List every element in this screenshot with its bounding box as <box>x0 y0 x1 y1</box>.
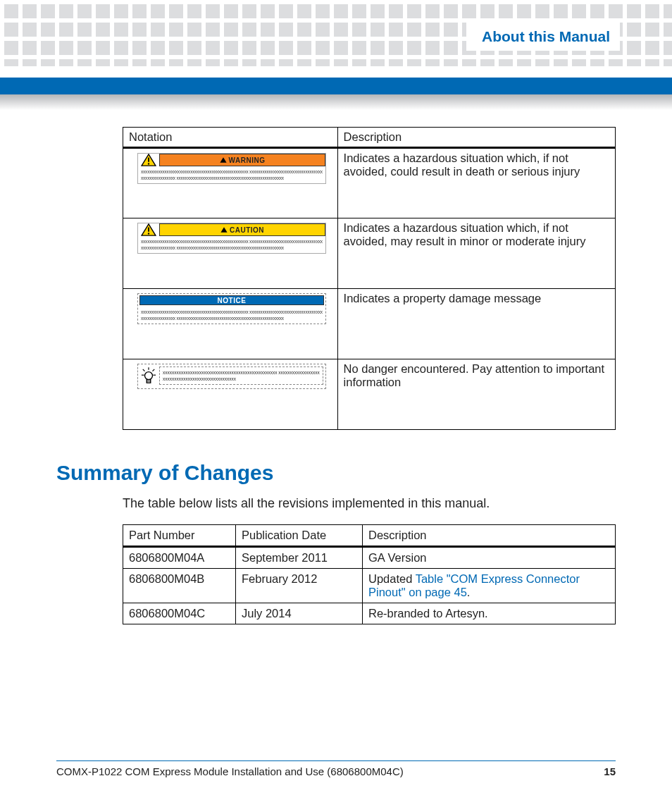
svg-point-13 <box>145 372 153 380</box>
info-description: No danger encountered. Pay attention to … <box>337 359 615 430</box>
page-footer: COMX-P1022 COM Express Module Installati… <box>56 760 616 777</box>
table-row: 6806800M04C July 2014 Re-branded to Arte… <box>123 603 616 624</box>
section-intro: The table below lists all the revisions … <box>123 495 616 512</box>
section-heading: Summary of Changes <box>56 461 616 485</box>
changes-header-2: Description <box>363 525 616 547</box>
warning-triangle-icon <box>138 154 159 166</box>
change-description: Re-branded to Artesyn. <box>363 603 616 624</box>
svg-line-9 <box>143 369 145 371</box>
table-row: CAUTION xxxxxxxxxxxxxxxxxxxxxxxxxxxxxxxx… <box>123 218 616 289</box>
info-placeholder: xxxxxxxxxxxxxxxxxxxxxxxxxxxxxxxxxxxxxxxx… <box>159 366 323 385</box>
warning-box: WARNING xxxxxxxxxxxxxxxxxxxxxxxxxxxxxxxx… <box>137 153 326 184</box>
warning-description: Indicates a hazardous situation which, i… <box>337 148 615 218</box>
publication-date: July 2014 <box>236 603 363 624</box>
header-gradient <box>0 94 672 110</box>
table-row: 6806800M04B February 2012 Updated Table … <box>123 569 616 603</box>
caution-placeholder: xxxxxxxxxxxxxxxxxxxxxxxxxxxxxxxxxxxxxxxx… <box>138 236 325 253</box>
publication-date: February 2012 <box>236 569 363 603</box>
info-box: xxxxxxxxxxxxxxxxxxxxxxxxxxxxxxxxxxxxxxxx… <box>137 364 326 389</box>
warning-triangle-icon <box>138 223 159 236</box>
changes-header-0: Part Number <box>123 525 236 547</box>
part-number: 6806800M04A <box>123 547 236 569</box>
lightbulb-icon <box>138 364 159 388</box>
notice-label: NOTICE <box>218 297 247 304</box>
notation-header-0: Notation <box>123 128 338 148</box>
svg-line-10 <box>153 369 155 371</box>
table-row: xxxxxxxxxxxxxxxxxxxxxxxxxxxxxxxxxxxxxxxx… <box>123 359 616 430</box>
notice-box: NOTICE xxxxxxxxxxxxxxxxxxxxxxxxxxxxxxxxx… <box>137 293 326 324</box>
warning-placeholder: xxxxxxxxxxxxxxxxxxxxxxxxxxxxxxxxxxxxxxxx… <box>138 166 325 183</box>
part-number: 6806800M04C <box>123 603 236 624</box>
caution-label: CAUTION <box>230 226 264 234</box>
part-number: 6806800M04B <box>123 569 236 603</box>
svg-point-6 <box>148 233 149 234</box>
page-number: 15 <box>604 765 616 777</box>
change-description: GA Version <box>363 547 616 569</box>
caution-box: CAUTION xxxxxxxxxxxxxxxxxxxxxxxxxxxxxxxx… <box>137 223 326 254</box>
notice-description: Indicates a property damage message <box>337 289 615 359</box>
changes-table: Part Number Publication Date Description… <box>123 524 616 624</box>
svg-marker-3 <box>220 157 226 163</box>
table-row: 6806800M04A September 2011 GA Version <box>123 547 616 569</box>
table-row: NOTICE xxxxxxxxxxxxxxxxxxxxxxxxxxxxxxxxx… <box>123 289 616 359</box>
caution-description: Indicates a hazardous situation which, i… <box>337 218 615 289</box>
changes-header-1: Publication Date <box>236 525 363 547</box>
notation-table: Notation Description WARNING <box>123 127 616 430</box>
table-row: WARNING xxxxxxxxxxxxxxxxxxxxxxxxxxxxxxxx… <box>123 148 616 218</box>
notation-header-1: Description <box>337 128 615 148</box>
page-content: Notation Description WARNING <box>56 127 616 624</box>
footer-doc-title: COMX-P1022 COM Express Module Installati… <box>56 765 404 777</box>
warning-label: WARNING <box>229 156 266 164</box>
header-title-wrap: About this Manual <box>466 23 620 51</box>
change-description: Updated Table "COM Express Connector Pin… <box>363 569 616 603</box>
notice-placeholder: xxxxxxxxxxxxxxxxxxxxxxxxxxxxxxxxxxxxxxxx… <box>138 307 325 324</box>
svg-marker-7 <box>220 227 227 233</box>
header-title: About this Manual <box>482 28 610 44</box>
svg-point-2 <box>148 163 149 164</box>
publication-date: September 2011 <box>236 547 363 569</box>
header-blue-bar <box>0 78 672 94</box>
